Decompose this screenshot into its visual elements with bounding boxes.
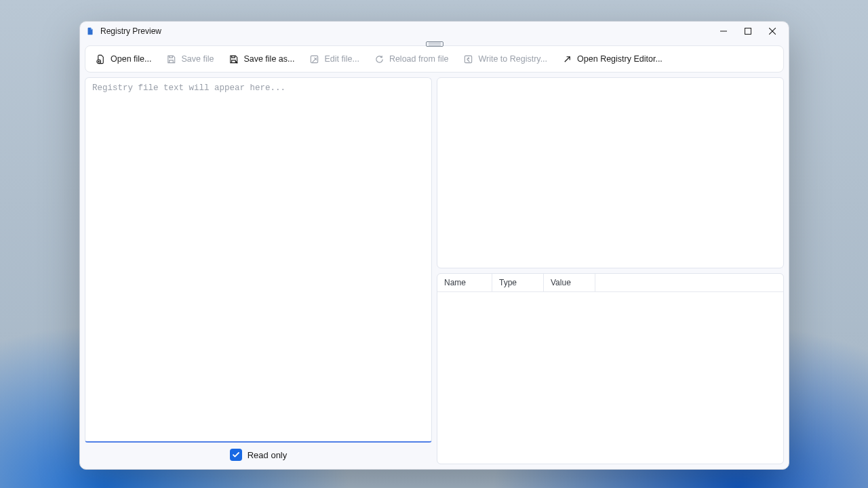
editor-placeholder: Registry file text will appear here... [92, 83, 285, 93]
titlebar-grip-icon[interactable] [426, 41, 443, 47]
write-registry-button[interactable]: Write to Registry... [457, 49, 553, 69]
edit-file-label: Edit file... [324, 54, 359, 64]
svg-rect-3 [465, 56, 472, 62]
read-only-checkbox[interactable] [230, 449, 242, 461]
values-header-row: Name Type Value [437, 274, 783, 292]
column-header-name[interactable]: Name [437, 274, 492, 291]
desktop-background: Registry Preview [0, 0, 868, 488]
column-header-type[interactable]: Type [492, 274, 544, 291]
open-file-button[interactable]: Open file... [90, 49, 157, 69]
editor-footer: Read only [85, 445, 432, 464]
svg-rect-2 [311, 56, 318, 62]
open-regedit-label: Open Registry Editor... [577, 54, 663, 64]
edit-icon [309, 54, 319, 64]
close-button[interactable] [760, 22, 785, 41]
reload-icon [374, 54, 384, 64]
open-external-icon [562, 54, 572, 64]
open-regedit-button[interactable]: Open Registry Editor... [556, 49, 669, 69]
app-icon [85, 26, 95, 36]
column-header-value[interactable]: Value [544, 274, 595, 291]
toolbar: Open file... Save file Save file as [85, 45, 784, 73]
save-file-as-button[interactable]: Save file as... [222, 49, 300, 69]
save-file-button[interactable]: Save file [160, 49, 220, 69]
titlebar[interactable]: Registry Preview [80, 22, 789, 41]
window-title: Registry Preview [100, 26, 161, 36]
left-pane: Registry file text will appear here... R… [85, 77, 432, 464]
save-icon [166, 54, 176, 64]
save-as-icon [229, 54, 239, 64]
save-file-as-label: Save file as... [243, 54, 294, 64]
write-registry-icon [463, 54, 473, 64]
minimize-button[interactable] [711, 22, 736, 41]
edit-file-button[interactable]: Edit file... [303, 49, 365, 69]
right-pane: Name Type Value [437, 77, 784, 464]
registry-tree-view[interactable] [437, 77, 784, 268]
reload-button[interactable]: Reload from file [368, 49, 455, 69]
registry-text-editor[interactable]: Registry file text will appear here... [85, 77, 432, 443]
open-file-icon [96, 54, 106, 64]
read-only-label: Read only [248, 450, 288, 460]
write-registry-label: Write to Registry... [478, 54, 547, 64]
save-file-label: Save file [181, 54, 214, 64]
reload-label: Reload from file [389, 54, 449, 64]
content-area: Registry file text will appear here... R… [80, 73, 789, 469]
registry-values-table[interactable]: Name Type Value [437, 273, 784, 464]
svg-rect-0 [745, 28, 751, 35]
open-file-label: Open file... [111, 54, 151, 64]
maximize-button[interactable] [736, 22, 760, 41]
app-window: Registry Preview [79, 21, 789, 470]
